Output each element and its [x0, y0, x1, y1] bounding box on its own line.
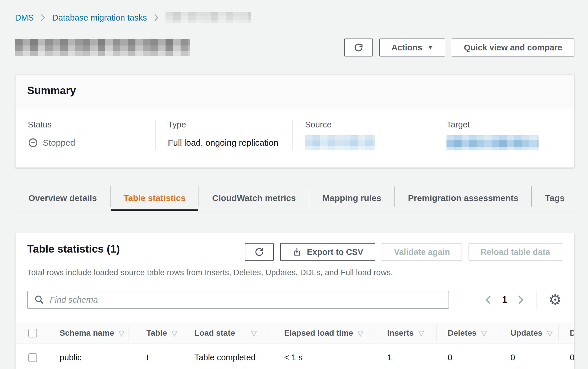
download-icon [292, 247, 302, 257]
summary-status-column: Status Stopped [16, 120, 155, 150]
sort-icon[interactable]: ▽ [251, 329, 257, 337]
page-header: Actions ▼ Quick view and compare [15, 38, 574, 57]
table-statistics-card: Table statistics (1) Export to CSV Valid… [15, 233, 574, 369]
source-label: Source [305, 120, 434, 129]
sort-icon[interactable]: ▽ [547, 329, 552, 337]
status-value: Stopped [43, 138, 75, 148]
redacted-target-endpoint-link[interactable] [446, 135, 539, 150]
table-preferences-button[interactable]: ⚙ [548, 293, 562, 307]
stopped-icon [28, 138, 38, 148]
quick-view-label: Quick view and compare [464, 43, 562, 52]
chevron-right-icon [154, 14, 159, 22]
summary-card-header: Summary [16, 75, 574, 107]
type-value: Full load, ongoing replication [168, 135, 292, 150]
tab-tags[interactable]: Tags [532, 186, 578, 211]
find-schema-input[interactable] [27, 291, 449, 309]
schema-search [27, 291, 449, 309]
refresh-button[interactable] [344, 39, 373, 56]
actions-button[interactable]: Actions ▼ [379, 39, 445, 56]
sort-icon[interactable]: ▽ [481, 329, 487, 337]
refresh-icon [353, 42, 364, 53]
chevron-right-icon [41, 14, 45, 22]
sort-icon[interactable]: ▽ [172, 329, 177, 337]
task-detail-tabs: Overview details Table statistics CloudW… [15, 186, 574, 211]
table-statistics-description: Total rows include loaded source table r… [27, 268, 562, 277]
tab-mapping-rules[interactable]: Mapping rules [309, 186, 394, 211]
tab-cloudwatch-metrics[interactable]: CloudWatch metrics [199, 186, 309, 211]
statistics-table-wrap: Schema name▽ Table▽ Load state▽ Elapsed … [16, 322, 574, 369]
cell-table: t [128, 344, 182, 369]
column-header-elapsed-load-time[interactable]: Elapsed load time▽ [267, 322, 376, 344]
chevron-right-icon [517, 295, 524, 305]
column-header-inserts[interactable]: Inserts▽ [376, 322, 436, 344]
statistics-table: Schema name▽ Table▽ Load state▽ Elapsed … [16, 322, 574, 369]
column-header-updates[interactable]: Updates▽ [499, 322, 558, 344]
column-header-load-state[interactable]: Load state▽ [182, 322, 267, 344]
cell-elapsed-load-time: < 1 s [267, 344, 376, 369]
summary-source-column: Source [292, 120, 434, 150]
column-header-table[interactable]: Table▽ [128, 322, 182, 344]
sort-icon[interactable]: ▽ [358, 329, 363, 337]
cell-load-state: Table completed [182, 344, 267, 369]
tab-overview-details[interactable]: Overview details [15, 186, 110, 211]
cell-schema-name: public [50, 344, 128, 369]
summary-target-column: Target [434, 120, 574, 150]
validate-again-button[interactable]: Validate again [382, 243, 462, 261]
table-controls-row: 1 ⚙ [16, 291, 574, 309]
table-header-row: Schema name▽ Table▽ Load state▽ Elapsed … [16, 322, 574, 344]
tab-premigration-assessments[interactable]: Premigration assessments [395, 186, 532, 211]
select-all-checkbox[interactable] [28, 329, 37, 337]
header-actions: Actions ▼ Quick view and compare [344, 39, 574, 56]
redacted-source-endpoint-link[interactable] [305, 135, 375, 150]
pagination-page-number: 1 [502, 295, 507, 305]
target-label: Target [446, 120, 574, 129]
cell-updates: 0 [499, 344, 558, 369]
cell-inserts: 1 [376, 344, 436, 369]
pagination-divider [536, 291, 537, 309]
dms-task-page: DMS Database migration tasks Actions ▼ Q… [0, 0, 588, 369]
export-to-csv-label: Export to CSV [307, 247, 363, 257]
cell-ddls: 0 [558, 344, 574, 369]
select-all-cell [16, 322, 50, 344]
row-select-cell [16, 344, 50, 369]
breadcrumb-link-dms[interactable]: DMS [15, 13, 34, 23]
refresh-table-button[interactable] [245, 243, 274, 261]
sort-icon[interactable]: ▽ [119, 329, 124, 337]
breadcrumb: DMS Database migration tasks [15, 12, 574, 23]
sort-icon[interactable]: ▽ [418, 329, 424, 337]
status-label: Status [28, 120, 155, 129]
pagination-previous-button[interactable] [484, 293, 493, 306]
row-checkbox[interactable] [28, 353, 37, 362]
table-row: public t Table completed < 1 s 1 0 0 0 [16, 344, 574, 369]
summary-type-column: Type Full load, ongoing replication [155, 120, 292, 150]
table-statistics-title: Table statistics (1) [27, 243, 120, 255]
type-label: Type [168, 120, 292, 129]
cell-deletes: 0 [436, 344, 499, 369]
export-to-csv-button[interactable]: Export to CSV [280, 243, 375, 261]
pagination-next-button[interactable] [516, 293, 525, 306]
actions-button-label: Actions [392, 43, 422, 52]
refresh-icon [254, 247, 264, 257]
tab-table-statistics[interactable]: Table statistics [110, 186, 199, 211]
summary-card: Summary Status Stopped Type Full load, o… [15, 74, 574, 168]
column-header-deletes[interactable]: Deletes▽ [436, 322, 499, 344]
redacted-page-title [15, 39, 190, 56]
summary-body: Status Stopped Type Full load, ongoing r… [16, 107, 574, 167]
chevron-left-icon [485, 295, 492, 305]
quick-view-and-compare-button[interactable]: Quick view and compare [452, 39, 574, 56]
table-statistics-toolbar: Export to CSV Validate again Reload tabl… [245, 243, 562, 261]
breadcrumb-link-database-migration-tasks[interactable]: Database migration tasks [52, 13, 147, 23]
column-header-ddls[interactable]: D [558, 322, 574, 344]
summary-title: Summary [27, 85, 562, 97]
caret-down-icon: ▼ [427, 45, 433, 50]
column-header-schema-name[interactable]: Schema name▽ [50, 322, 128, 344]
gear-icon: ⚙ [549, 291, 562, 308]
redacted-breadcrumb-task-name [166, 12, 251, 23]
reload-table-data-button[interactable]: Reload table data [468, 243, 562, 261]
table-statistics-header: Table statistics (1) Export to CSV Valid… [16, 233, 574, 277]
pagination: 1 ⚙ [484, 291, 562, 309]
